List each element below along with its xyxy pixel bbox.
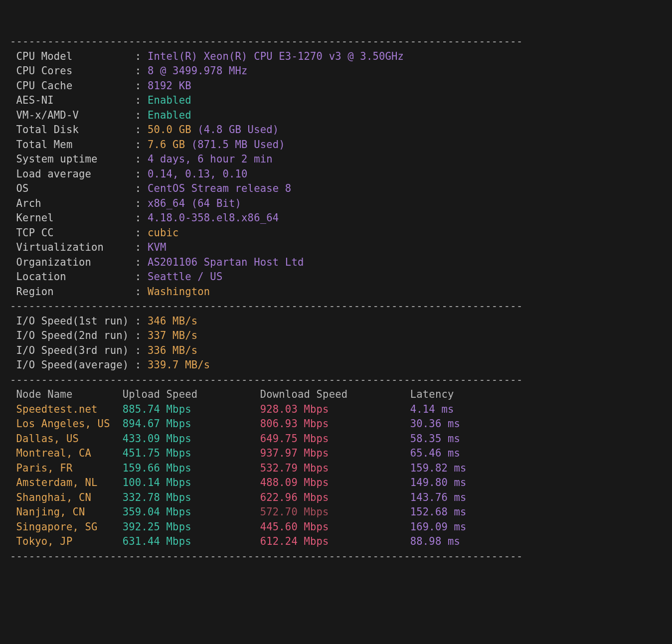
col-download: Download Speed — [260, 388, 410, 400]
sysinfo-suffix: (4.8 GB Used) — [197, 124, 279, 136]
io-label: I/O Speed(3rd run) — [10, 344, 135, 356]
sysinfo-row: Region : Washington — [10, 285, 662, 300]
terminal-output: ----------------------------------------… — [10, 34, 662, 564]
cell-upload: 100.14 Mbps — [123, 477, 260, 488]
divider-line: ----------------------------------------… — [10, 299, 662, 314]
cell-node: Speedtest.net — [16, 403, 123, 415]
io-value: 337 MB/s — [148, 329, 197, 341]
sysinfo-row: CPU Cores : 8 @ 3499.978 MHz — [10, 64, 662, 79]
net-row: Speedtest.net 885.74 Mbps 928.03 Mbps 4.… — [10, 402, 662, 417]
sysinfo-value: KVM — [148, 241, 167, 253]
cell-download: 612.24 Mbps — [260, 535, 410, 547]
io-row: I/O Speed(3rd run) : 336 MB/s — [10, 343, 662, 358]
cell-download: 572.70 Mbps — [260, 506, 410, 518]
sysinfo-label: CPU Cache — [10, 80, 135, 92]
sysinfo-value: Enabled — [148, 109, 191, 121]
cell-node: Los Angeles, US — [16, 418, 123, 430]
net-row: Montreal, CA 451.75 Mbps 937.97 Mbps 65.… — [10, 446, 662, 461]
sysinfo-label: System uptime — [10, 153, 135, 165]
sysinfo-label: VM-x/AMD-V — [10, 109, 135, 121]
cell-node: Singapore, SG — [16, 521, 123, 533]
sysinfo-label: Total Mem — [10, 139, 135, 151]
divider: ----------------------------------------… — [10, 374, 522, 386]
net-row: Singapore, SG 392.25 Mbps 445.60 Mbps 16… — [10, 520, 662, 535]
cell-latency: 152.68 ms — [410, 506, 467, 518]
io-value: 339.7 MB/s — [148, 359, 210, 371]
divider: ----------------------------------------… — [10, 300, 522, 312]
sysinfo-row: Arch : x86_64 (64 Bit) — [10, 196, 662, 211]
net-row: Amsterdam, NL 100.14 Mbps 488.09 Mbps 14… — [10, 476, 662, 490]
cell-download: 622.96 Mbps — [260, 491, 410, 503]
cell-latency: 65.46 ms — [410, 447, 460, 459]
col-node: Node Name — [16, 388, 123, 400]
sysinfo-label: Kernel — [10, 212, 135, 224]
io-row: I/O Speed(average) : 339.7 MB/s — [10, 358, 662, 373]
sysinfo-label: AES-NI — [10, 94, 135, 106]
sysinfo-row: System uptime : 4 days, 6 hour 2 min — [10, 152, 662, 167]
cell-download: 928.03 Mbps — [260, 403, 410, 415]
sysinfo-value: Enabled — [148, 94, 191, 106]
net-row: Los Angeles, US 894.67 Mbps 806.93 Mbps … — [10, 417, 662, 432]
cell-node: Montreal, CA — [16, 447, 123, 459]
sysinfo-label: CPU Cores — [10, 65, 135, 77]
cell-download: 445.60 Mbps — [260, 521, 410, 533]
cell-download: 532.79 Mbps — [260, 462, 410, 474]
cell-latency: 58.35 ms — [410, 433, 460, 445]
sysinfo-value: 50.0 GB — [148, 124, 191, 136]
sysinfo-value: Seattle / US — [148, 271, 223, 283]
divider-line: ----------------------------------------… — [10, 373, 662, 388]
divider: ----------------------------------------… — [10, 550, 522, 562]
sysinfo-value: 7.6 GB — [148, 139, 185, 151]
io-label: I/O Speed(1st run) — [10, 315, 135, 327]
sysinfo-row: CPU Model : Intel(R) Xeon(R) CPU E3-1270… — [10, 49, 662, 64]
sysinfo-row: AES-NI : Enabled — [10, 93, 662, 108]
sysinfo-row: Kernel : 4.18.0-358.el8.x86_64 — [10, 211, 662, 226]
cell-upload: 894.67 Mbps — [123, 418, 260, 430]
sysinfo-value: 4 days, 6 hour 2 min — [148, 153, 273, 165]
net-header: Node Name Upload Speed Download Speed La… — [10, 387, 662, 402]
sysinfo-value: cubic — [148, 227, 179, 239]
io-row: I/O Speed(2nd run) : 337 MB/s — [10, 328, 662, 343]
cell-upload: 451.75 Mbps — [123, 447, 260, 459]
cell-node: Tokyo, JP — [16, 535, 123, 547]
cell-upload: 433.09 Mbps — [123, 433, 260, 445]
io-label: I/O Speed(average) — [10, 359, 135, 371]
sysinfo-label: Arch — [10, 197, 135, 209]
io-value: 346 MB/s — [148, 315, 197, 327]
cell-node: Dallas, US — [16, 433, 123, 445]
cell-node: Amsterdam, NL — [16, 477, 123, 488]
net-row: Shanghai, CN 332.78 Mbps 622.96 Mbps 143… — [10, 490, 662, 505]
sysinfo-label: TCP CC — [10, 227, 135, 239]
net-row: Tokyo, JP 631.44 Mbps 612.24 Mbps 88.98 … — [10, 534, 662, 549]
cell-latency: 149.80 ms — [410, 477, 467, 488]
sysinfo-value: 8192 KB — [148, 80, 191, 92]
cell-node: Nanjing, CN — [16, 506, 123, 518]
sysinfo-label: Virtualization — [10, 241, 135, 253]
sysinfo-label: Location — [10, 271, 135, 283]
sysinfo-row: Load average : 0.14, 0.13, 0.10 — [10, 167, 662, 182]
cell-download: 806.93 Mbps — [260, 418, 410, 430]
sysinfo-row: Location : Seattle / US — [10, 270, 662, 285]
sysinfo-row: Total Disk : 50.0 GB (4.8 GB Used) — [10, 123, 662, 138]
sysinfo-value: CentOS Stream release 8 — [148, 182, 291, 194]
sysinfo-value: x86_64 (64 Bit) — [148, 197, 241, 209]
sysinfo-suffix: (871.5 MB Used) — [191, 139, 285, 151]
col-latency: Latency — [410, 388, 454, 400]
io-label: I/O Speed(2nd run) — [10, 329, 135, 341]
cell-upload: 392.25 Mbps — [123, 521, 260, 533]
cell-latency: 169.09 ms — [410, 521, 467, 533]
cell-upload: 332.78 Mbps — [123, 491, 260, 503]
sysinfo-value: AS201106 Spartan Host Ltd — [148, 256, 304, 268]
sysinfo-row: OS : CentOS Stream release 8 — [10, 181, 662, 196]
sysinfo-row: Virtualization : KVM — [10, 240, 662, 255]
cell-node: Paris, FR — [16, 462, 123, 474]
cell-upload: 885.74 Mbps — [123, 403, 260, 415]
sysinfo-value: 8 @ 3499.978 MHz — [148, 65, 248, 77]
sysinfo-value: Intel(R) Xeon(R) CPU E3-1270 v3 @ 3.50GH… — [148, 50, 404, 62]
divider: ----------------------------------------… — [10, 35, 522, 47]
cell-latency: 4.14 ms — [410, 403, 454, 415]
col-upload: Upload Speed — [123, 388, 260, 400]
sysinfo-row: TCP CC : cubic — [10, 226, 662, 241]
io-value: 336 MB/s — [148, 344, 197, 356]
cell-latency: 30.36 ms — [410, 418, 460, 430]
